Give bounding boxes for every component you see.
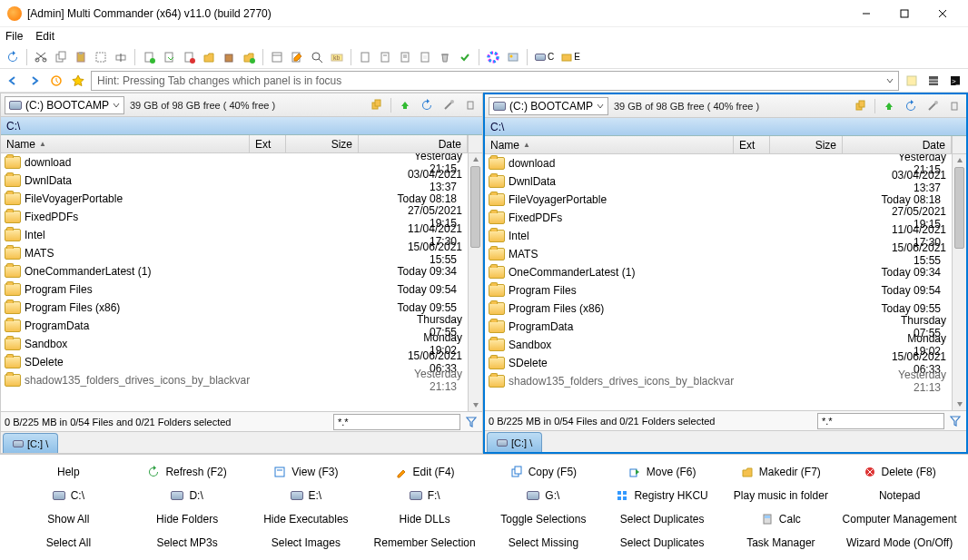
funnel-icon[interactable] [948, 414, 963, 428]
view-icon[interactable] [268, 48, 286, 66]
cmd-select-mp3s[interactable]: Select MP3s [128, 531, 247, 555]
cmd-hide-executables[interactable]: Hide Executables [247, 507, 366, 531]
maximize-button[interactable] [886, 2, 923, 25]
back-button[interactable] [4, 72, 22, 90]
search-icon[interactable] [308, 48, 326, 66]
col-ext[interactable]: Ext [250, 135, 286, 152]
cmd-show-all[interactable]: Show All [9, 507, 128, 531]
doc4-icon[interactable] [416, 48, 434, 66]
cmd-help[interactable]: Help [9, 460, 128, 484]
doc2-icon[interactable] [376, 48, 394, 66]
scrollbar[interactable] [952, 154, 966, 410]
copy-path-icon[interactable] [369, 97, 385, 113]
check-icon[interactable] [456, 48, 474, 66]
path-bar[interactable]: C:\ [1, 117, 482, 135]
view-mode-icon[interactable] [924, 72, 943, 90]
edit-icon[interactable] [288, 48, 306, 66]
list-item[interactable]: Program FilesToday 09:54 [485, 281, 952, 300]
list-item[interactable]: MATS15/06/2021 15:55 [1, 244, 468, 262]
drive-c-icon[interactable]: C [532, 48, 557, 66]
cut-icon[interactable] [32, 48, 50, 66]
favorite-button[interactable] [69, 72, 87, 90]
col-date[interactable]: Date [843, 136, 952, 153]
wand-icon[interactable] [440, 97, 457, 113]
cmd-c[interactable]: C:\ [9, 484, 128, 507]
forward-button[interactable] [25, 72, 44, 90]
cmd-d[interactable]: D:\ [128, 484, 247, 507]
drive-selector[interactable]: (C:) BOOTCAMP [489, 97, 608, 115]
up-icon[interactable] [881, 98, 897, 114]
list-item[interactable]: shadow135_folders_drives_icons_by_blackv… [1, 371, 468, 389]
col-name[interactable]: Name▲ [485, 136, 734, 153]
trash-icon[interactable] [436, 48, 454, 66]
path-bar[interactable]: C:\ [485, 118, 966, 136]
package-icon[interactable] [220, 48, 238, 66]
cmd-wizard-mode-on-off[interactable]: Wizard Mode (On/Off) [840, 531, 959, 555]
cmd-move-f6[interactable]: Move (F6) [603, 460, 722, 484]
go-icon[interactable] [160, 48, 178, 66]
new-folder-icon[interactable] [240, 48, 258, 66]
list-item[interactable]: DwnlData03/04/2021 13:37 [485, 172, 952, 191]
list-item[interactable]: DwnlData03/04/2021 13:37 [1, 172, 468, 190]
cmd-select-duplicates[interactable]: Select Duplicates [603, 507, 722, 531]
address-bar[interactable]: Hint: Pressing Tab changes which panel i… [91, 71, 899, 91]
cmd-select-images[interactable]: Select Images [247, 531, 366, 555]
color-wheel-icon[interactable] [484, 48, 502, 66]
col-name[interactable]: Name▲ [1, 135, 250, 152]
col-date[interactable]: Date [359, 135, 468, 152]
cmd-delete-f8[interactable]: Delete (F8) [840, 460, 959, 484]
doc1-icon[interactable] [356, 48, 374, 66]
cmd-remember-selection[interactable]: Remember Selection [365, 531, 484, 555]
file-list[interactable]: downloadYesterday 21:15DwnlData03/04/202… [1, 153, 482, 411]
copy-icon[interactable] [52, 48, 70, 66]
funnel-icon[interactable] [464, 415, 479, 429]
delete-file-icon[interactable] [180, 48, 198, 66]
cmd-computer-management[interactable]: Computer Management [840, 507, 959, 531]
cmd-hide-folders[interactable]: Hide Folders [128, 507, 247, 531]
panel-tab[interactable]: [C:] \ [3, 433, 58, 453]
notes-icon[interactable] [903, 72, 921, 90]
cmd-copy-f5[interactable]: Copy (F5) [484, 460, 603, 484]
cmd-play-music-in-folder[interactable]: Play music in folder [722, 484, 841, 507]
select-icon[interactable] [92, 48, 110, 66]
cmd-f[interactable]: F:\ [365, 484, 484, 507]
menu-edit[interactable]: Edit [35, 30, 54, 43]
paste-icon[interactable] [72, 48, 90, 66]
cmd-e[interactable]: E:\ [247, 484, 366, 507]
file-list[interactable]: downloadYesterday 21:15DwnlData03/04/202… [485, 154, 966, 410]
cmd-refresh-f2[interactable]: Refresh (F2) [128, 460, 247, 484]
close-button[interactable] [924, 2, 961, 25]
cmd-task-manager[interactable]: Task Manager [722, 531, 841, 555]
cmd-select-all[interactable]: Select All [9, 531, 128, 555]
list-item[interactable]: OneCommanderLatest (1)Today 09:34 [1, 262, 468, 280]
image-icon[interactable] [504, 48, 522, 66]
lock-panel-icon[interactable] [946, 98, 963, 114]
history-button[interactable] [47, 72, 65, 90]
col-size[interactable]: Size [770, 136, 843, 153]
kb-icon[interactable]: kb [328, 48, 346, 66]
chevron-down-icon[interactable] [885, 76, 894, 85]
cmd-g[interactable]: G:\ [484, 484, 603, 507]
cmd-toggle-selections[interactable]: Toggle Selections [484, 507, 603, 531]
cmd-calc[interactable]: Calc [722, 507, 841, 531]
lock-panel-icon[interactable] [462, 97, 479, 113]
minimize-button[interactable] [848, 2, 884, 25]
filter-input[interactable] [333, 414, 460, 430]
refresh-panel-icon[interactable] [419, 97, 435, 113]
cmd-registry-hkcu[interactable]: Registry HKCU [603, 484, 722, 507]
col-size[interactable]: Size [286, 135, 359, 152]
col-ext[interactable]: Ext [734, 136, 770, 153]
drive-e-icon[interactable]: E [558, 48, 583, 66]
filter-input[interactable] [817, 413, 944, 429]
refresh-icon[interactable] [4, 48, 22, 66]
cmd-select-duplicates[interactable]: Select Duplicates [603, 531, 722, 555]
list-item[interactable]: Program FilesToday 09:54 [1, 280, 468, 299]
refresh-panel-icon[interactable] [903, 98, 919, 114]
list-item[interactable]: shadow135_folders_drives_icons_by_blackv… [485, 372, 952, 390]
drive-selector[interactable]: (C:) BOOTCAMP [5, 96, 124, 114]
terminal-icon[interactable]: >_ [946, 72, 964, 90]
scrollbar[interactable] [468, 153, 482, 411]
list-item[interactable]: OneCommanderLatest (1)Today 09:34 [485, 263, 952, 281]
cmd-hide-dlls[interactable]: Hide DLLs [365, 507, 484, 531]
cmd-view-f3[interactable]: View (F3) [247, 460, 366, 484]
